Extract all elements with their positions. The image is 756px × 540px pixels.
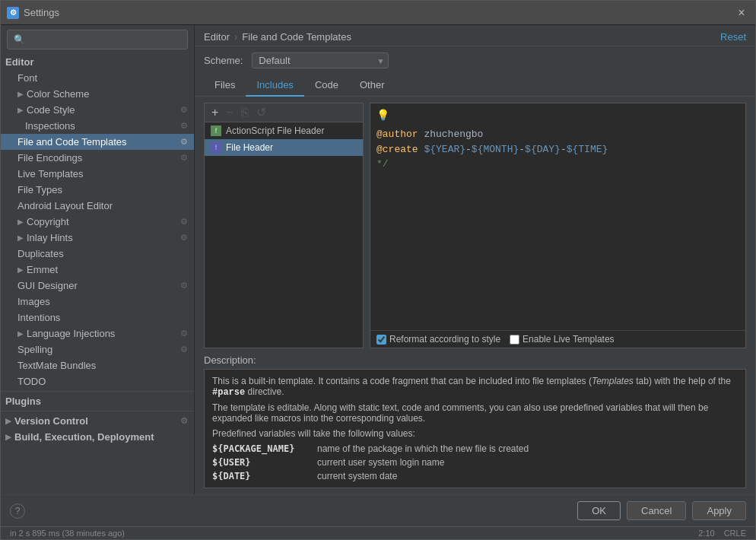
help-button[interactable]: ? — [10, 503, 25, 519]
live-templates-checkbox-label[interactable]: Enable Live Templates — [510, 334, 615, 345]
sidebar-item-label: Code Style — [27, 104, 75, 116]
sidebar-item-plugins[interactable]: Plugins — [1, 393, 194, 409]
code-sep: - — [561, 142, 567, 157]
sidebar-item-file-code-templates[interactable]: File and Code Templates ⚙ — [1, 134, 194, 150]
scheme-select[interactable]: Default Project — [252, 52, 389, 68]
copy-template-button[interactable]: ⎘ — [239, 106, 251, 119]
settings-icon: ⚙ — [180, 217, 188, 227]
remove-template-button[interactable]: − — [224, 106, 235, 119]
add-template-button[interactable]: + — [209, 106, 221, 119]
main-header: Editor › File and Code Templates Reset — [195, 25, 755, 46]
sidebar-item-android-layout-editor[interactable]: Android Layout Editor — [1, 198, 194, 214]
var-desc: name of the package in which the new fil… — [317, 443, 738, 454]
dialog-title: Settings — [24, 7, 734, 18]
tab-files[interactable]: Files — [204, 75, 246, 97]
live-templates-checkbox[interactable] — [510, 335, 519, 345]
var-name: ${PACKAGE_NAME} — [212, 443, 311, 454]
settings-icon: ⚙ — [180, 416, 188, 426]
sidebar-item-duplicates[interactable]: Duplicates — [1, 246, 194, 262]
list-item[interactable]: f ActionScript File Header — [205, 122, 363, 139]
description-text: This is a built-in template. It contains… — [212, 376, 738, 398]
code-content: zhuchengbo — [418, 127, 484, 142]
live-templates-label: Enable Live Templates — [523, 334, 615, 345]
sidebar-item-color-scheme[interactable]: ▶ Color Scheme — [1, 86, 194, 102]
sidebar-item-version-control[interactable]: ▶ Version Control ⚙ — [1, 413, 194, 429]
sidebar-item-label: File and Code Templates — [17, 136, 127, 148]
code-editor-content[interactable]: 💡 @author zhuchengbo @create ${YEAR} - $… — [370, 103, 745, 330]
sidebar-item-label: Version Control — [14, 415, 88, 427]
sidebar-item-intentions[interactable]: Intentions — [1, 310, 194, 326]
sidebar-item-editor[interactable]: Editor — [1, 54, 194, 70]
close-button[interactable]: × — [734, 6, 749, 20]
sidebar-item-live-templates[interactable]: Live Templates — [1, 166, 194, 182]
chevron-right-icon: ▶ — [17, 90, 24, 98]
app-icon: ⚙ — [7, 7, 19, 19]
sidebar-item-todo[interactable]: TODO — [1, 373, 194, 389]
sidebar-item-font[interactable]: Font — [1, 70, 194, 86]
code-comment: */ — [376, 157, 389, 172]
code-ref: #parse — [212, 387, 245, 398]
sidebar-item-code-style[interactable]: ▶ Code Style ⚙ — [1, 102, 194, 118]
sidebar-item-inspections[interactable]: Inspections ⚙ — [1, 118, 194, 134]
sidebar-item-language-injections[interactable]: ▶ Language Injections ⚙ — [1, 326, 194, 341]
sidebar-section-editor: Editor Font ▶ Color Scheme ▶ Code Style … — [1, 54, 194, 389]
chevron-right-icon: ▶ — [17, 233, 24, 242]
sidebar-item-emmet[interactable]: ▶ Emmet — [1, 262, 194, 278]
ok-button[interactable]: OK — [577, 501, 621, 520]
breadcrumb-separator: › — [234, 31, 237, 43]
sidebar-item-label: Inspections — [25, 120, 75, 132]
sidebar-item-label: Emmet — [27, 264, 58, 275]
sidebar-item-inlay-hints[interactable]: ▶ Inlay Hints ⚙ — [1, 230, 194, 246]
code-line: */ — [376, 157, 739, 172]
code-line: @author zhuchengbo — [376, 127, 739, 142]
code-sep: - — [519, 142, 525, 157]
reformat-checkbox[interactable] — [376, 335, 386, 345]
sidebar-item-label: Images — [17, 296, 50, 307]
chevron-right-icon: ▶ — [5, 433, 11, 441]
sidebar-item-build-execution[interactable]: ▶ Build, Execution, Deployment — [1, 429, 194, 445]
apply-button[interactable]: Apply — [692, 501, 746, 520]
search-box[interactable]: 🔍 — [7, 30, 188, 49]
divider — [1, 391, 194, 392]
divider — [1, 411, 194, 411]
sidebar-item-label: Live Templates — [17, 168, 83, 179]
sidebar-item-file-encodings[interactable]: File Encodings ⚙ — [1, 150, 194, 166]
list-item[interactable]: f File Header — [205, 139, 363, 156]
tab-code[interactable]: Code — [304, 75, 349, 97]
cancel-button[interactable]: Cancel — [627, 501, 686, 520]
sidebar-item-label: Font — [17, 72, 37, 84]
sidebar-item-label: Language Injections — [27, 328, 115, 339]
settings-icon: ⚙ — [180, 233, 188, 243]
sidebar-item-label: TextMate Bundles — [17, 360, 96, 371]
tab-label: Includes — [256, 79, 293, 91]
sidebar-item-textmate-bundles[interactable]: TextMate Bundles — [1, 357, 194, 373]
sidebar-item-images[interactable]: Images — [1, 294, 194, 310]
sidebar-item-label: Plugins — [5, 395, 41, 407]
settings-icon: ⚙ — [180, 329, 188, 338]
code-var: ${TIME} — [567, 142, 608, 157]
settings-icon: ⚙ — [180, 105, 188, 115]
sidebar-item-copyright[interactable]: ▶ Copyright ⚙ — [1, 214, 194, 230]
code-tag: @author — [376, 127, 418, 142]
sidebar-item-spelling[interactable]: Spelling ⚙ — [1, 341, 194, 357]
main-panel: Editor › File and Code Templates Reset S… — [195, 25, 755, 494]
sidebar-item-label: Spelling — [17, 344, 52, 355]
breadcrumb: Editor › File and Code Templates — [204, 31, 720, 43]
code-space — [418, 142, 424, 157]
sidebar-item-file-types[interactable]: File Types — [1, 182, 194, 198]
code-sep: - — [465, 142, 472, 157]
file-icon: f — [211, 125, 221, 136]
main-content: 🔍 Editor Font ▶ Color Scheme ▶ Code Styl… — [1, 25, 755, 494]
chevron-right-icon: ▶ — [17, 265, 24, 274]
code-var: ${YEAR} — [424, 142, 465, 157]
tab-other[interactable]: Other — [349, 75, 395, 97]
tab-includes[interactable]: Includes — [246, 75, 303, 97]
search-input[interactable] — [28, 34, 181, 45]
code-var: ${DAY} — [525, 142, 561, 157]
sidebar-item-label: Copyright — [27, 216, 69, 227]
reset-button[interactable]: Reset — [720, 31, 746, 43]
reformat-checkbox-label[interactable]: Reformat according to style — [376, 334, 500, 345]
template-item-label: ActionScript File Header — [226, 125, 324, 136]
sidebar-item-gui-designer[interactable]: GUI Designer ⚙ — [1, 278, 194, 294]
reset-template-button[interactable]: ↺ — [254, 106, 268, 119]
